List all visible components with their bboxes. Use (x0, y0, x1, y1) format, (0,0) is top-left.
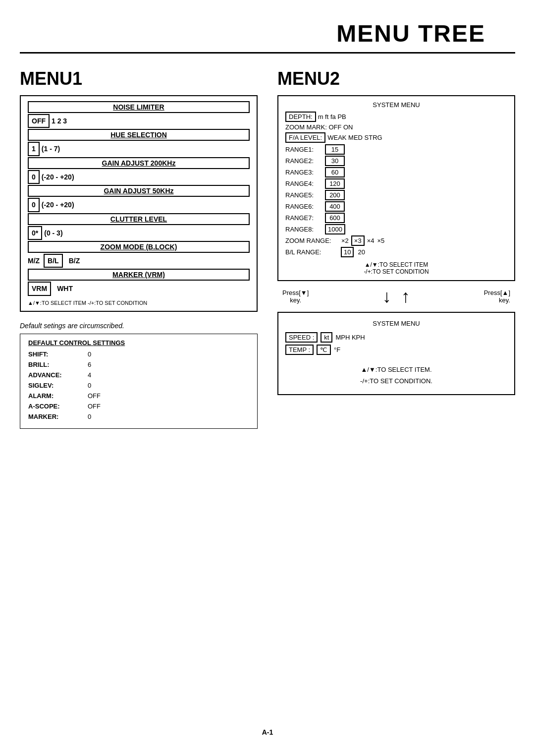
press-up-label: Press[▲] (484, 289, 510, 296)
clutter-value: 0* (28, 226, 42, 240)
zoom-mz: M/Z (28, 255, 40, 266)
temp-value: ℃ (317, 345, 331, 355)
bl-range-20: 20 (358, 248, 365, 256)
zoom-range-x2: ×2 (341, 237, 349, 244)
bl-range-line: B/L RANGE: 10 20 (285, 247, 507, 257)
gain-50-label: GAIN ADJUST 50KHz (104, 187, 173, 195)
siglev-row: SIGLEV: 0 (28, 382, 249, 389)
menu1-heading: MENU1 (20, 68, 258, 89)
depth-boxed: DEPTH: (285, 112, 316, 122)
speed-options: MPH KPH (335, 334, 365, 341)
zoom-range-x3: ×3 (351, 235, 365, 246)
shift-row: SHIFT: 0 (28, 350, 249, 358)
temp-boxed-label: TEMP : (285, 345, 314, 355)
press-down-key: key. (290, 296, 301, 304)
zoom-range-x5: ×5 (377, 237, 384, 244)
ascope-value: OFF (88, 403, 101, 410)
range5-value: 200 (325, 190, 345, 200)
range3-label: RANGE3: (285, 169, 325, 176)
hue-selection-value: 1 (28, 142, 40, 156)
marker-title: MARKER (VRM) (28, 269, 250, 281)
gain-200-label: GAIN ADJUST 200KHz (102, 159, 176, 167)
page-title-section: MENU TREE (20, 0, 515, 54)
marker-vrm: VRM (28, 282, 51, 295)
arrows-section: Press[▼] key. ↓ ↑ Press[▲] key. (277, 286, 515, 307)
gain-200-title: GAIN ADJUST 200KHz (28, 157, 250, 169)
zoom-mark-row: ZOOM MARK: OFF ON (285, 123, 507, 131)
default-italic-note: Default setings are circumscribed. (20, 322, 258, 330)
fa-level-boxed: F/A LEVEL: (285, 132, 325, 143)
up-arrow-icon: ↑ (401, 286, 410, 307)
brill-label: BRILL: (28, 361, 88, 368)
page-number: A-1 (262, 728, 273, 736)
advance-value: 4 (88, 371, 91, 379)
system-menu-box1: SYSTEM MENU DEPTH: m ft fa PB ZOOM MARK:… (277, 95, 515, 281)
gain-50-row: 0 (-20 - +20) (28, 198, 250, 212)
range7-row: RANGE7: 600 (285, 213, 507, 223)
range2-row: RANGE2: 30 (285, 156, 507, 166)
siglev-value: 0 (88, 382, 91, 389)
clutter-row: 0* (0 - 3) (28, 226, 250, 240)
arrow-up-group: Press[▲] key. (484, 289, 510, 304)
clutter-range: (0 - 3) (44, 228, 62, 238)
arrow-icons: ↓ ↑ (382, 286, 410, 307)
press-down-label: Press[▼] (282, 289, 309, 296)
zoom-range-line: ZOOM RANGE: ×2 ×3 ×4 ×5 (285, 235, 507, 246)
menu2-heading: MENU2 (277, 68, 515, 89)
gain-50-title: GAIN ADJUST 50KHz (28, 185, 250, 197)
range5-label: RANGE5: (285, 191, 325, 199)
depth-row: DEPTH: m ft fa PB (285, 112, 507, 122)
left-column: MENU1 NOISE LIMITER OFF 1 2 3 HUE SELECT… (20, 68, 258, 429)
range3-row: RANGE3: 60 (285, 167, 507, 177)
speed-row: SPEED : kt MPH KPH (285, 332, 507, 343)
range4-row: RANGE4: 120 (285, 178, 507, 189)
marker-row: VRM WHT (28, 282, 250, 295)
noise-limiter-value: OFF (28, 114, 50, 128)
zoom-range-x4: ×4 (367, 237, 374, 244)
zoom-mode-row: M/Z B/L B/Z (28, 254, 250, 268)
clutter-title: CLUTTER LEVEL (28, 213, 250, 225)
range1-row: RANGE1: 15 (285, 144, 507, 155)
hue-selection-range: (1 - 7) (42, 143, 60, 154)
zoom-range-label: ZOOM RANGE: (285, 237, 340, 244)
temp-row: TEMP : ℃ °F (285, 345, 507, 355)
down-arrow-icon: ↓ (382, 286, 391, 307)
ascope-row: A-SCOPE: OFF (28, 403, 249, 410)
temp-options: °F (334, 346, 340, 353)
gain-200-row: 0 (-20 - +20) (28, 170, 250, 184)
page-title: MENU TREE (20, 20, 485, 47)
marker-default-value: 0 (88, 413, 91, 420)
marker-label: MARKER (VRM) (112, 271, 165, 279)
range2-label: RANGE2: (285, 157, 325, 165)
range4-value: 120 (325, 178, 345, 189)
depth-options: m ft fa PB (318, 113, 346, 120)
default-table: DEFAULT CONTROL SETTINGS SHIFT: 0 BRILL:… (20, 334, 258, 429)
range7-value: 600 (325, 213, 345, 223)
default-table-title: DEFAULT CONTROL SETTINGS (28, 339, 249, 347)
menu1-box: NOISE LIMITER OFF 1 2 3 HUE SELECTION 1 … (20, 95, 258, 312)
hue-selection-label: HUE SELECTION (110, 131, 167, 139)
arrow-down-group: Press[▼] key. (282, 289, 309, 304)
gain-200-range: (-20 - +20) (42, 172, 74, 182)
system-menu-title1: SYSTEM MENU (285, 101, 507, 109)
menu1-note: ▲/▼:TO SELECT ITEM -/+:TO SET CONDITION (28, 300, 250, 306)
range7-label: RANGE7: (285, 214, 325, 222)
noise-limiter-title: NOISE LIMITER (28, 101, 250, 113)
alarm-row: ALARM: OFF (28, 392, 249, 400)
brill-row: BRILL: 6 (28, 361, 249, 368)
fa-level-options: WEAK MED STRG (327, 134, 382, 141)
zoom-bz: B/Z (69, 255, 80, 266)
range2-value: 30 (325, 156, 345, 166)
range4-label: RANGE4: (285, 180, 325, 187)
advance-label: ADVANCE: (28, 371, 88, 379)
range5-row: RANGE5: 200 (285, 190, 507, 200)
system-menu-title2: SYSTEM MENU (285, 320, 507, 327)
ascope-label: A-SCOPE: (28, 403, 88, 410)
default-settings-section: Default setings are circumscribed. DEFAU… (20, 322, 258, 429)
advance-row: ADVANCE: 4 (28, 371, 249, 379)
clutter-label: CLUTTER LEVEL (110, 215, 167, 223)
range8-value: 1000 (325, 224, 345, 234)
system-menu2-note: ▲/▼:TO SELECT ITEM.-/+:TO SET CONDITION. (285, 364, 507, 387)
gain-50-value: 0 (28, 198, 40, 212)
system-menu1-note: ▲/▼:TO SELECT ITEM-/+:TO SET CONDITION (285, 261, 507, 275)
